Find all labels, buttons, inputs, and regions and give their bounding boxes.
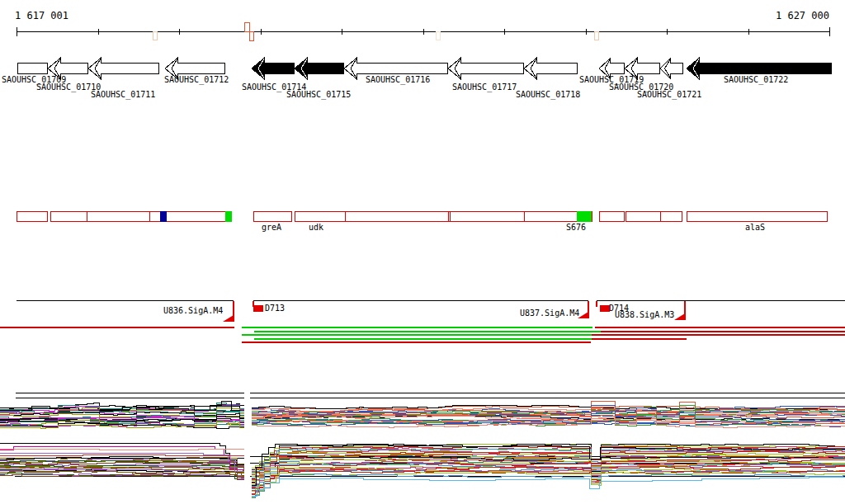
profile-curve xyxy=(252,470,845,494)
gene-label-saouhsc-01712: SAOUHSC_01712 xyxy=(164,76,229,84)
gene-label-saouhsc-01718: SAOUHSC_01718 xyxy=(516,91,580,99)
promoter-flag-label: U836.SigA.M4 xyxy=(163,307,223,315)
terminator-marker-d713[interactable] xyxy=(253,305,263,312)
gene-arrow-saouhsc-01717[interactable] xyxy=(448,59,524,79)
gene-label-saouhsc-01722: SAOUHSC_01722 xyxy=(724,76,788,84)
feature-box-divider xyxy=(524,211,525,222)
gene-arrow-saouhsc-01721[interactable] xyxy=(660,59,683,79)
promoter-flag-u838-siga-m3[interactable] xyxy=(674,313,685,320)
feature-label-s676: S676 xyxy=(566,224,586,232)
gene-arrow-saouhsc-01709[interactable] xyxy=(18,64,48,74)
profile-curve-envelope xyxy=(0,449,244,450)
ruler-feature-marker xyxy=(153,32,158,40)
feature-box[interactable] xyxy=(599,211,625,222)
feature-box[interactable] xyxy=(50,211,232,222)
feature-segment[interactable] xyxy=(225,211,232,222)
gene-arrow-saouhsc-01718[interactable] xyxy=(524,59,578,79)
ruler-feature-marker xyxy=(437,32,441,40)
gene-label-saouhsc-01715: SAOUHSC_01715 xyxy=(286,91,351,99)
terminator-pole xyxy=(596,301,597,307)
promoter-flag-u836-siga-m4[interactable] xyxy=(223,315,234,322)
expression-profiles xyxy=(0,393,845,498)
feature-segment[interactable] xyxy=(577,211,592,222)
feature-box-divider xyxy=(660,211,661,222)
profile-curve-envelope xyxy=(252,477,845,496)
terminator-label: D713 xyxy=(265,304,285,313)
gene-label-saouhsc-01717: SAOUHSC_01717 xyxy=(452,83,517,92)
ruler-graphic xyxy=(17,23,830,41)
feature-segment[interactable] xyxy=(160,211,167,222)
feature-box-divider xyxy=(345,211,346,222)
transcript-line-antisense[interactable] xyxy=(592,338,687,340)
promoter-flag-label: U837.SigA.M4 xyxy=(520,309,579,318)
transcript-line-antisense[interactable] xyxy=(242,341,591,343)
profile-curve xyxy=(0,474,244,480)
gene-label-saouhsc-01711: SAOUHSC_01711 xyxy=(91,91,155,99)
transcript-line-sense[interactable] xyxy=(242,334,592,336)
transcript-line-sense[interactable] xyxy=(254,338,592,340)
feature-box-udk[interactable] xyxy=(295,211,592,222)
ruler-end-coordinate: 1 627 000 xyxy=(776,11,829,21)
transcript-line-sense[interactable] xyxy=(254,331,601,332)
genome-browser-view: 1 617 001 1 627 000 SAOUHSC_01709SAOUHSC… xyxy=(0,0,845,504)
transcript-line-antisense[interactable] xyxy=(601,331,845,332)
feature-box-grea[interactable] xyxy=(253,211,292,222)
feature-box-divider xyxy=(448,211,449,222)
feature-box-alas[interactable] xyxy=(687,211,828,222)
gene-arrow-saouhsc-01715[interactable] xyxy=(295,59,344,79)
transcript-line-antisense[interactable] xyxy=(0,327,234,328)
feature-box-divider xyxy=(450,211,451,222)
ruler-feature-marker xyxy=(250,32,254,41)
feature-box[interactable] xyxy=(625,211,682,222)
gene-label-saouhsc-01716: SAOUHSC_01716 xyxy=(366,76,430,84)
feature-label-udk: udk xyxy=(309,224,323,232)
feature-box-divider xyxy=(149,211,150,222)
ruler-start-coordinate: 1 617 001 xyxy=(15,11,68,21)
transcript-line-sense[interactable] xyxy=(242,327,592,328)
feature-label-grea: greA xyxy=(262,224,281,232)
terminator-label: D714 xyxy=(609,304,629,313)
ruler-feature-marker xyxy=(245,23,250,32)
feature-box[interactable] xyxy=(17,211,48,222)
feature-label-alas: alaS xyxy=(745,224,765,232)
gene-label-saouhsc-01721: SAOUHSC_01721 xyxy=(637,91,701,99)
transcript-line-antisense[interactable] xyxy=(595,327,845,328)
feature-box-divider xyxy=(87,211,87,222)
ruler-feature-marker xyxy=(595,32,599,40)
transcript-line-antisense[interactable] xyxy=(592,334,845,336)
